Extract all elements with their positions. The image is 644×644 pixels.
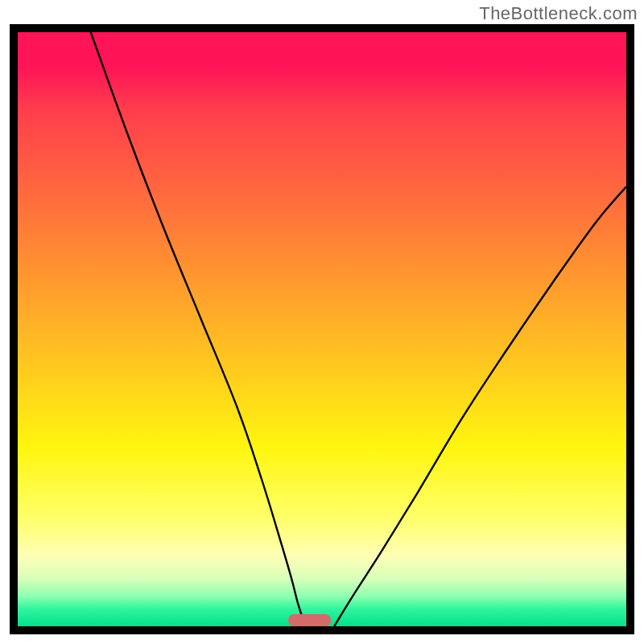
bottleneck-curve	[18, 32, 626, 626]
chart-root: TheBottleneck.com	[0, 0, 644, 644]
attribution-label: TheBottleneck.com	[479, 3, 638, 24]
chart-frame	[10, 24, 634, 634]
optimal-marker	[288, 614, 331, 626]
